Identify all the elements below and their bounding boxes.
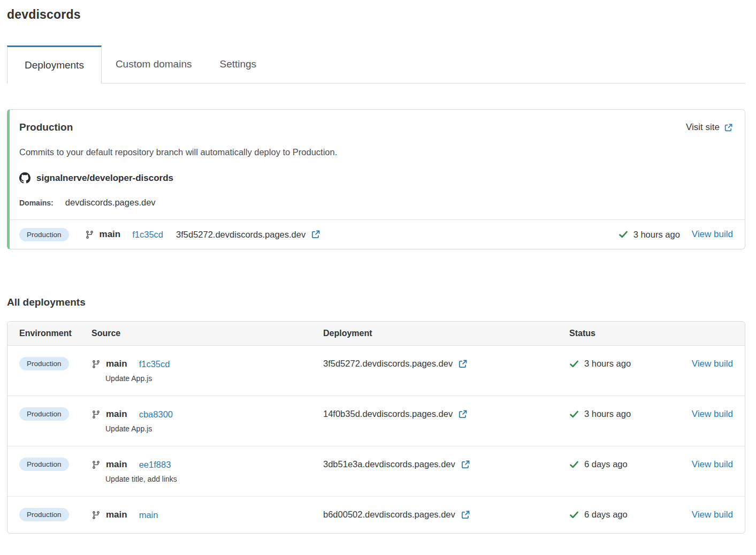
external-link-icon[interactable] <box>461 460 470 469</box>
production-card-title: Production <box>19 121 73 133</box>
external-link-icon[interactable] <box>311 230 320 239</box>
production-description: Commits to your default repository branc… <box>19 147 733 157</box>
branch-name: main <box>100 229 121 240</box>
commit-link[interactable]: f1c35cd <box>132 230 163 240</box>
git-branch-icon <box>91 511 101 520</box>
column-header-status: Status <box>569 329 733 338</box>
repository-name: signalnerve/developer-discords <box>36 173 173 184</box>
view-build-link[interactable]: View build <box>692 229 733 240</box>
deployment-url: b6d00502.devdiscords.pages.dev <box>323 510 455 520</box>
all-deployments-title: All deployments <box>7 296 745 308</box>
environment-badge: Production <box>19 357 69 370</box>
tab-bar: Deployments Custom domains Settings <box>7 45 745 83</box>
view-build-link[interactable]: View build <box>692 510 733 520</box>
view-build-link[interactable]: View build <box>692 409 733 420</box>
table-header-row: Environment Source Deployment Status <box>7 322 745 346</box>
table-row: Production main f1c35cd Update App.js 3f… <box>7 346 745 396</box>
production-card: Production Visit site Commits to your de… <box>7 109 745 249</box>
deployments-table: Environment Source Deployment Status Pro… <box>7 321 745 534</box>
tab-deployments[interactable]: Deployments <box>7 45 102 83</box>
branch-name: main <box>106 510 127 520</box>
success-check-icon <box>569 359 579 369</box>
page-title: devdiscords <box>7 7 745 22</box>
success-check-icon <box>569 409 579 419</box>
status-time: 3 hours ago <box>584 359 631 369</box>
view-build-link[interactable]: View build <box>692 359 733 369</box>
external-link-icon[interactable] <box>461 510 470 520</box>
status-time: 3 hours ago <box>584 409 631 419</box>
tab-settings[interactable]: Settings <box>205 45 270 83</box>
deployment-url: 3f5d5272.devdiscords.pages.dev <box>323 359 453 369</box>
git-branch-icon <box>91 460 101 469</box>
github-icon <box>19 172 30 184</box>
success-check-icon <box>569 460 579 469</box>
visit-site-link[interactable]: Visit site <box>686 122 733 133</box>
column-header-source: Source <box>91 329 323 338</box>
tab-custom-domains[interactable]: Custom domains <box>102 45 206 83</box>
external-link-icon[interactable] <box>458 359 468 369</box>
status-time: 6 days ago <box>584 510 628 520</box>
branch-name: main <box>106 459 127 470</box>
success-check-icon <box>618 230 628 239</box>
production-deployment-row: Production main f1c35cd 3f5d5272.devdisc… <box>10 219 745 249</box>
table-row: Production main main b6d00502.devdiscord… <box>7 497 745 533</box>
commit-message: Update App.js <box>91 424 323 433</box>
table-row: Production main ee1f883 Update title, ad… <box>7 446 745 497</box>
domains-value: devdiscords.pages.dev <box>65 197 156 208</box>
view-build-link[interactable]: View build <box>692 459 733 470</box>
column-header-environment: Environment <box>19 329 91 338</box>
git-branch-icon <box>91 360 101 369</box>
deployment-url: 3db51e3a.devdiscords.pages.dev <box>323 459 455 469</box>
external-link-icon[interactable] <box>458 409 468 419</box>
environment-badge: Production <box>19 228 69 241</box>
external-link-icon <box>724 123 733 132</box>
page: devdiscords Deployments Custom domains S… <box>0 0 756 534</box>
git-branch-icon <box>85 230 94 239</box>
commit-link[interactable]: ee1f883 <box>139 460 171 470</box>
commit-link[interactable]: main <box>139 510 158 520</box>
success-check-icon <box>569 510 579 520</box>
status-time: 3 hours ago <box>633 230 680 240</box>
deployment-url: 3f5d5272.devdiscords.pages.dev <box>176 230 306 240</box>
branch-name: main <box>106 409 127 420</box>
environment-badge: Production <box>19 508 69 521</box>
git-branch-icon <box>91 410 101 419</box>
column-header-deployment: Deployment <box>323 329 569 338</box>
environment-badge: Production <box>19 407 69 421</box>
deployment-url: 14f0b35d.devdiscords.pages.dev <box>323 409 453 419</box>
branch-name: main <box>106 359 127 369</box>
commit-link[interactable]: f1c35cd <box>139 359 170 369</box>
domains-label: Domains: <box>19 199 54 207</box>
visit-site-label: Visit site <box>686 122 720 133</box>
commit-message: Update title, add links <box>91 475 323 483</box>
commit-link[interactable]: cba8300 <box>139 409 173 420</box>
environment-badge: Production <box>19 458 69 471</box>
commit-message: Update App.js <box>91 374 323 383</box>
table-row: Production main cba8300 Update App.js 14… <box>7 396 745 446</box>
status-time: 6 days ago <box>584 459 628 469</box>
